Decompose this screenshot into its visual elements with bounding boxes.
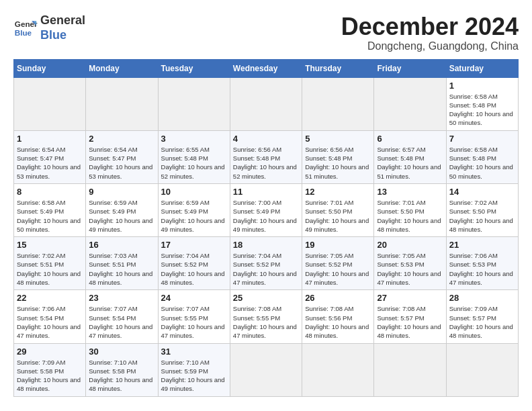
day-cell xyxy=(302,343,374,396)
header-day-wednesday: Wednesday xyxy=(230,59,302,77)
header-day-monday: Monday xyxy=(86,59,158,77)
daylight-label: Daylight: 10 hours and 47 minutes. xyxy=(305,270,369,286)
sunrise-label: Sunrise: 6:54 AM xyxy=(89,146,137,153)
sunset-label: Sunset: 5:50 PM xyxy=(377,208,424,215)
sunrise-label: Sunrise: 6:58 AM xyxy=(17,199,65,206)
daylight-label: Daylight: 10 hours and 47 minutes. xyxy=(89,323,152,339)
daylight-label: Daylight: 10 hours and 48 minutes. xyxy=(305,323,369,339)
day-cell: 11 Sunrise: 7:00 AM Sunset: 5:49 PM Dayl… xyxy=(230,183,302,236)
day-info: Sunrise: 6:58 AM Sunset: 5:48 PM Dayligh… xyxy=(449,145,515,181)
day-cell: 14 Sunrise: 7:02 AM Sunset: 5:50 PM Dayl… xyxy=(446,183,518,236)
daylight-label: Daylight: 10 hours and 51 minutes. xyxy=(377,163,441,179)
day-number: 8 xyxy=(17,187,83,197)
day-number: 12 xyxy=(305,187,371,197)
sunrise-label: Sunrise: 6:58 AM xyxy=(449,93,498,100)
daylight-label: Daylight: 10 hours and 48 minutes. xyxy=(161,270,225,286)
day-cell: 30 Sunrise: 7:10 AM Sunset: 5:58 PM Dayl… xyxy=(86,343,158,396)
day-cell: 2 Sunrise: 6:54 AM Sunset: 5:47 PM Dayli… xyxy=(86,130,158,183)
location: Dongcheng, Guangdong, China xyxy=(341,40,519,52)
week-row-6: 29 Sunrise: 7:09 AM Sunset: 5:58 PM Dayl… xyxy=(14,343,519,396)
day-cell: 31 Sunrise: 7:10 AM Sunset: 5:59 PM Dayl… xyxy=(158,343,230,396)
day-cell: 1 Sunrise: 6:58 AM Sunset: 5:48 PM Dayli… xyxy=(446,77,518,130)
day-number: 4 xyxy=(233,134,299,144)
day-cell: 29 Sunrise: 7:09 AM Sunset: 5:58 PM Dayl… xyxy=(14,343,86,396)
day-cell: 15 Sunrise: 7:02 AM Sunset: 5:51 PM Dayl… xyxy=(14,237,86,290)
sunset-label: Sunset: 5:49 PM xyxy=(233,208,280,215)
day-cell: 26 Sunrise: 7:08 AM Sunset: 5:56 PM Dayl… xyxy=(302,290,374,343)
day-cell xyxy=(446,343,518,396)
day-number: 23 xyxy=(89,293,154,303)
sunset-label: Sunset: 5:50 PM xyxy=(305,208,352,215)
day-cell: 4 Sunrise: 6:56 AM Sunset: 5:48 PM Dayli… xyxy=(230,130,302,183)
day-info: Sunrise: 6:58 AM Sunset: 5:49 PM Dayligh… xyxy=(17,198,83,234)
daylight-label: Daylight: 10 hours and 47 minutes. xyxy=(449,270,513,286)
day-cell: 5 Sunrise: 6:56 AM Sunset: 5:48 PM Dayli… xyxy=(302,130,374,183)
sunset-label: Sunset: 5:53 PM xyxy=(449,261,496,268)
sunset-label: Sunset: 5:48 PM xyxy=(449,154,496,162)
sunset-label: Sunset: 5:48 PM xyxy=(233,154,280,162)
day-cell: 25 Sunrise: 7:08 AM Sunset: 5:55 PM Dayl… xyxy=(230,290,302,343)
week-row-5: 22 Sunrise: 7:06 AM Sunset: 5:54 PM Dayl… xyxy=(14,290,519,343)
sunrise-label: Sunrise: 7:06 AM xyxy=(449,252,498,259)
day-cell xyxy=(158,77,230,130)
day-number: 31 xyxy=(161,347,227,357)
daylight-label: Daylight: 10 hours and 47 minutes. xyxy=(377,270,441,286)
header-day-saturday: Saturday xyxy=(446,59,518,77)
day-number: 30 xyxy=(89,347,154,357)
daylight-label: Daylight: 10 hours and 47 minutes. xyxy=(161,323,225,339)
day-cell xyxy=(374,77,446,130)
day-number: 10 xyxy=(161,187,227,197)
day-cell: 22 Sunrise: 7:06 AM Sunset: 5:54 PM Dayl… xyxy=(14,290,86,343)
day-info: Sunrise: 6:54 AM Sunset: 5:47 PM Dayligh… xyxy=(17,145,83,181)
sunrise-label: Sunrise: 7:07 AM xyxy=(89,305,137,312)
sunrise-label: Sunrise: 7:04 AM xyxy=(161,252,210,259)
day-info: Sunrise: 7:05 AM Sunset: 5:53 PM Dayligh… xyxy=(377,251,443,287)
sunset-label: Sunset: 5:55 PM xyxy=(161,314,208,322)
day-info: Sunrise: 7:09 AM Sunset: 5:58 PM Dayligh… xyxy=(17,358,83,394)
day-cell: 23 Sunrise: 7:07 AM Sunset: 5:54 PM Dayl… xyxy=(86,290,158,343)
daylight-label: Daylight: 10 hours and 53 minutes. xyxy=(89,163,152,179)
day-number: 20 xyxy=(377,240,443,250)
daylight-label: Daylight: 10 hours and 47 minutes. xyxy=(233,323,297,339)
daylight-label: Daylight: 10 hours and 48 minutes. xyxy=(377,323,441,339)
sunrise-label: Sunrise: 7:08 AM xyxy=(233,305,281,312)
day-number: 14 xyxy=(449,187,515,197)
sunset-label: Sunset: 5:52 PM xyxy=(161,261,208,268)
week-row-4: 15 Sunrise: 7:02 AM Sunset: 5:51 PM Dayl… xyxy=(14,237,519,290)
daylight-label: Daylight: 10 hours and 48 minutes. xyxy=(17,376,81,392)
day-cell: 20 Sunrise: 7:05 AM Sunset: 5:53 PM Dayl… xyxy=(374,237,446,290)
sunset-label: Sunset: 5:56 PM xyxy=(305,314,352,322)
day-number: 6 xyxy=(377,134,443,144)
daylight-label: Daylight: 10 hours and 49 minutes. xyxy=(161,376,225,392)
sunrise-label: Sunrise: 7:05 AM xyxy=(305,252,353,259)
header-day-thursday: Thursday xyxy=(302,59,374,77)
daylight-label: Daylight: 10 hours and 47 minutes. xyxy=(233,270,297,286)
day-info: Sunrise: 7:04 AM Sunset: 5:52 PM Dayligh… xyxy=(161,251,227,287)
day-cell: 3 Sunrise: 6:55 AM Sunset: 5:48 PM Dayli… xyxy=(158,130,230,183)
day-cell: 17 Sunrise: 7:04 AM Sunset: 5:52 PM Dayl… xyxy=(158,237,230,290)
day-info: Sunrise: 7:01 AM Sunset: 5:50 PM Dayligh… xyxy=(305,198,371,234)
day-info: Sunrise: 6:56 AM Sunset: 5:48 PM Dayligh… xyxy=(233,145,299,181)
day-info: Sunrise: 7:07 AM Sunset: 5:55 PM Dayligh… xyxy=(161,304,227,340)
sunrise-label: Sunrise: 7:01 AM xyxy=(377,199,425,206)
day-number: 28 xyxy=(449,293,515,303)
day-info: Sunrise: 7:07 AM Sunset: 5:54 PM Dayligh… xyxy=(89,304,154,340)
sunrise-label: Sunrise: 7:10 AM xyxy=(89,359,137,366)
calendar-table: SundayMondayTuesdayWednesdayThursdayFrid… xyxy=(13,59,519,397)
daylight-label: Daylight: 10 hours and 49 minutes. xyxy=(161,217,225,233)
day-info: Sunrise: 7:06 AM Sunset: 5:54 PM Dayligh… xyxy=(17,304,83,340)
daylight-label: Daylight: 10 hours and 48 minutes. xyxy=(449,217,513,233)
day-cell xyxy=(230,77,302,130)
daylight-label: Daylight: 10 hours and 52 minutes. xyxy=(161,163,225,179)
day-cell: 8 Sunrise: 6:58 AM Sunset: 5:49 PM Dayli… xyxy=(14,183,86,236)
sunset-label: Sunset: 5:48 PM xyxy=(161,154,208,162)
day-number: 25 xyxy=(233,293,299,303)
sunrise-label: Sunrise: 7:08 AM xyxy=(377,305,425,312)
day-cell: 10 Sunrise: 6:59 AM Sunset: 5:49 PM Dayl… xyxy=(158,183,230,236)
day-number: 1 xyxy=(17,134,83,144)
day-number: 5 xyxy=(305,134,371,144)
sunrise-label: Sunrise: 7:02 AM xyxy=(449,199,498,206)
day-number: 2 xyxy=(89,134,154,144)
day-cell: 6 Sunrise: 6:57 AM Sunset: 5:48 PM Dayli… xyxy=(374,130,446,183)
daylight-label: Daylight: 10 hours and 53 minutes. xyxy=(17,163,81,179)
